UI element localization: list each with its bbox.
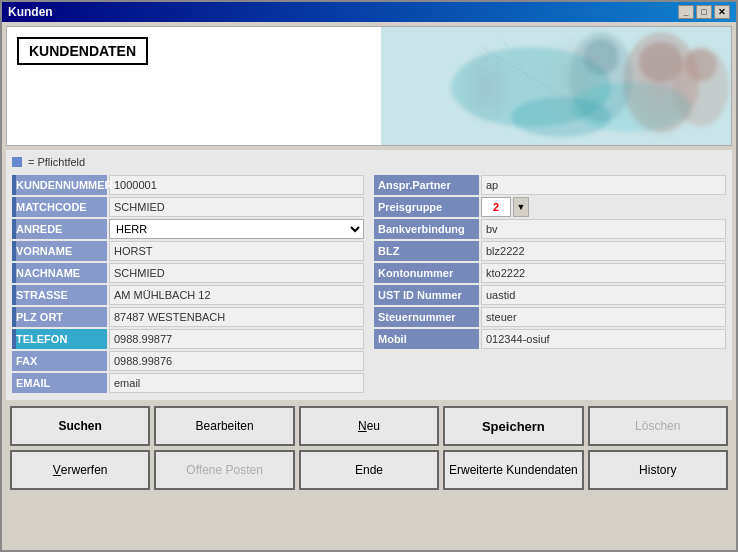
label-mobil: Mobil [374,329,479,349]
minimize-button[interactable]: _ [678,5,694,19]
value-email: email [109,373,364,393]
header-image [381,27,731,146]
label-anspr-partner: Anspr.Partner [374,175,479,195]
form-grid: KUNDENNUMMER 1000001 MATCHCODE SCHMIED A… [12,174,726,394]
label-email: EMAIL [12,373,107,393]
form-row-nachname: NACHNAME SCHMIED [12,262,364,284]
anrede-select[interactable]: HERR FRAU [109,219,364,239]
value-ust-id: uastid [481,285,726,305]
value-preisgruppe: 2 [481,197,511,217]
title-bar: Kunden _ □ ✕ [2,2,736,22]
value-blz: blz2222 [481,241,726,261]
main-window: Kunden _ □ ✕ KUNDENDATEN [0,0,738,552]
svg-rect-0 [381,27,731,146]
form-row-bankverbindung: Bankverbindung bv [374,218,726,240]
form-row-mobil: Mobil 012344-osiuf [374,328,726,350]
label-fax: FAX [12,351,107,371]
app-title: KUNDENDATEN [17,37,148,65]
verwerfen-button[interactable]: Verwerfen [10,450,150,490]
svg-point-5 [673,47,729,127]
preisgruppe-dropdown[interactable]: ▼ [513,197,529,217]
right-column: Anspr.Partner ap Preisgruppe 2 ▼ Bankver… [374,174,726,394]
svg-point-6 [685,49,717,81]
button-area: Suchen Bearbeiten Neu Speichern Löschen … [6,406,732,490]
label-telefon: TELEFON [12,329,107,349]
button-row-2: Verwerfen Offene Posten Ende Erweiterte … [10,450,728,490]
neu-button[interactable]: Neu [299,406,439,446]
form-row-telefon: TELEFON 0988.99877 [12,328,364,350]
pflichtfeld-legend: = Pflichtfeld [12,156,726,168]
preisgruppe-container: 2 ▼ [481,197,529,217]
maximize-button[interactable]: □ [696,5,712,19]
svg-point-8 [571,82,691,132]
history-button[interactable]: History [588,450,728,490]
label-bankverbindung: Bankverbindung [374,219,479,239]
form-row-steuernummer: Steuernummer steuer [374,306,726,328]
title-bar-buttons: _ □ ✕ [678,5,730,19]
value-kundennummer: 1000001 [109,175,364,195]
offene-posten-button[interactable]: Offene Posten [154,450,294,490]
pflicht-indicator [12,157,22,167]
svg-point-4 [583,39,619,75]
label-matchcode: MATCHCODE [12,197,107,217]
label-strasse: STRASSE [12,285,107,305]
form-row-kontonummer: Kontonummer kto2222 [374,262,726,284]
pflichtfeld-text: = Pflichtfeld [28,156,85,168]
form-row-preisgruppe: Preisgruppe 2 ▼ [374,196,726,218]
label-preisgruppe: Preisgruppe [374,197,479,217]
suchen-button[interactable]: Suchen [10,406,150,446]
form-row-anrede: ANREDE HERR FRAU [12,218,364,240]
value-plzort: 87487 WESTENBACH [109,307,364,327]
label-kundennummer: KUNDENNUMMER [12,175,107,195]
value-mobil: 012344-osiuf [481,329,726,349]
left-column: KUNDENNUMMER 1000001 MATCHCODE SCHMIED A… [12,174,364,394]
form-row-vorname: VORNAME HORST [12,240,364,262]
label-ust-id: UST ID Nummer [374,285,479,305]
form-row-fax: FAX 0988.99876 [12,350,364,372]
value-anspr-partner: ap [481,175,726,195]
window-title: Kunden [8,5,53,19]
value-bankverbindung: bv [481,219,726,239]
svg-point-7 [451,47,611,127]
form-row-matchcode: MATCHCODE SCHMIED [12,196,364,218]
label-blz: BLZ [374,241,479,261]
value-nachname: SCHMIED [109,263,364,283]
speichern-button[interactable]: Speichern [443,406,583,446]
label-vorname: VORNAME [12,241,107,261]
form-row-kundennummer: KUNDENNUMMER 1000001 [12,174,364,196]
svg-line-11 [501,37,561,127]
value-steuernummer: steuer [481,307,726,327]
form-row-plzort: PLZ ORT 87487 WESTENBACH [12,306,364,328]
form-content: = Pflichtfeld KUNDENNUMMER 1000001 MATCH… [6,150,732,400]
value-strasse: AM MÜHLBACH 12 [109,285,364,305]
label-plzort: PLZ ORT [12,307,107,327]
label-nachname: NACHNAME [12,263,107,283]
button-row-1: Suchen Bearbeiten Neu Speichern Löschen [10,406,728,446]
svg-line-10 [481,47,581,107]
form-row-blz: BLZ blz2222 [374,240,726,262]
ende-button[interactable]: Ende [299,450,439,490]
label-steuernummer: Steuernummer [374,307,479,327]
close-button[interactable]: ✕ [714,5,730,19]
svg-point-1 [623,32,699,132]
value-kontonummer: kto2222 [481,263,726,283]
erweiterte-kundendaten-button[interactable]: Erweiterte Kundendaten [443,450,583,490]
svg-point-9 [511,97,611,137]
form-row-ust-id: UST ID Nummer uastid [374,284,726,306]
header-graphic [381,27,731,146]
value-matchcode: SCHMIED [109,197,364,217]
label-kontonummer: Kontonummer [374,263,479,283]
form-row-strasse: STRASSE AM MÜHLBACH 12 [12,284,364,306]
value-telefon: 0988.99877 [109,329,364,349]
loeschen-button[interactable]: Löschen [588,406,728,446]
svg-point-3 [569,32,633,122]
label-anrede: ANREDE [12,219,107,239]
value-vorname: HORST [109,241,364,261]
bearbeiten-button[interactable]: Bearbeiten [154,406,294,446]
value-fax: 0988.99876 [109,351,364,371]
form-row-email: EMAIL email [12,372,364,394]
header-section: KUNDENDATEN [6,26,732,146]
form-row-anspr-partner: Anspr.Partner ap [374,174,726,196]
svg-point-2 [639,42,683,82]
